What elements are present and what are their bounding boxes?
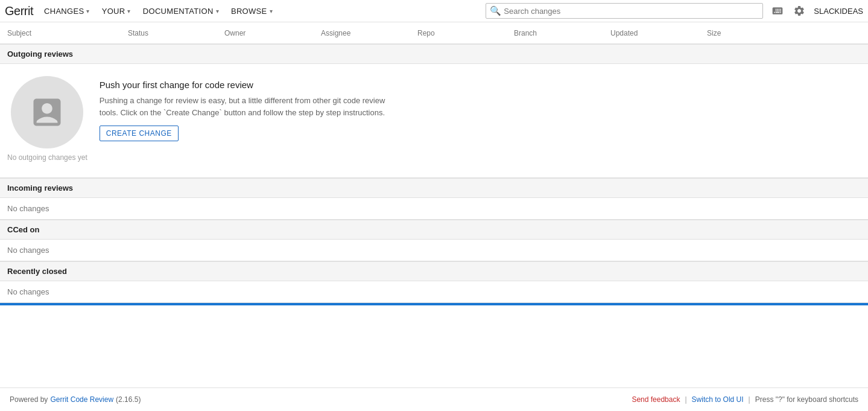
keyboard-shortcuts-button[interactable] [768, 1, 787, 21]
outgoing-section: No outgoing changes yet Push your first … [0, 64, 868, 178]
user-name[interactable]: SLACKIDEAS [814, 7, 863, 16]
gerrit-link[interactable]: Gerrit Code Review [50, 395, 113, 404]
col-header-updated: Updated [603, 29, 700, 37]
app-logo[interactable]: Gerrit [5, 4, 33, 18]
cced-on-label: CCed on [7, 225, 39, 234]
code-review-icon-wrapper [29, 94, 65, 130]
outgoing-content: No outgoing changes yet Push your first … [0, 64, 868, 177]
col-header-subject: Subject [0, 29, 121, 37]
outgoing-reviews-section-header: Outgoing reviews [0, 44, 868, 64]
nav-documentation-label: DOCUMENTATION [143, 7, 214, 16]
incoming-no-changes: No changes [0, 198, 868, 220]
send-feedback-link[interactable]: Send feedback [632, 395, 680, 404]
settings-button[interactable] [790, 1, 809, 21]
footer-divider-1: | [685, 395, 686, 404]
cced-on-section-header: CCed on [0, 220, 868, 240]
switch-old-ui-link[interactable]: Switch to Old UI [692, 395, 744, 404]
changes-chevron-icon: ▾ [86, 8, 89, 14]
nav-your[interactable]: YOUR ▾ [96, 0, 137, 22]
col-header-owner: Owner [217, 29, 314, 37]
nav-documentation[interactable]: DOCUMENTATION ▾ [137, 0, 225, 22]
nav-changes-label: CHANGES [44, 7, 84, 16]
incoming-reviews-section-header: Incoming reviews [0, 178, 868, 198]
code-review-icon [29, 94, 65, 130]
recently-closed-no-changes: No changes [0, 281, 868, 303]
outgoing-icon-circle [11, 76, 83, 148]
search-icon: 🔍 [490, 5, 501, 16]
col-header-repo: Repo [410, 29, 507, 37]
nav-menu: CHANGES ▾ YOUR ▾ DOCUMENTATION ▾ BROWSE … [38, 0, 279, 22]
column-headers: Subject Status Owner Assignee Repo Branc… [0, 22, 868, 44]
col-header-assignee: Assignee [314, 29, 410, 37]
col-header-size: Size [700, 29, 868, 37]
documentation-chevron-icon: ▾ [216, 8, 219, 14]
footer-divider-2: | [749, 395, 750, 404]
search-box[interactable]: 🔍 [486, 3, 763, 19]
recently-closed-section-header: Recently closed [0, 261, 868, 281]
outgoing-promo-title: Push your first change for code review [100, 80, 861, 90]
outgoing-text-area: Push your first change for code review P… [100, 76, 861, 141]
keyboard-shortcuts-hint: Press "?" for keyboard shortcuts [755, 395, 858, 404]
your-chevron-icon: ▾ [127, 8, 130, 14]
nav-changes[interactable]: CHANGES ▾ [38, 0, 96, 22]
blue-highlight-bar [0, 303, 868, 305]
version-text: (2.16.5) [116, 395, 141, 404]
main-content: Outgoing reviews No outgoing changes yet… [0, 44, 868, 387]
no-outgoing-label: No outgoing changes yet [7, 153, 87, 168]
navbar: Gerrit CHANGES ▾ YOUR ▾ DOCUMENTATION ▾ … [0, 0, 868, 22]
search-input[interactable] [504, 7, 759, 16]
create-change-button[interactable]: CREATE CHANGE [100, 126, 179, 141]
footer-left: Powered by Gerrit Code Review (2.16.5) [10, 395, 141, 404]
col-header-branch: Branch [507, 29, 603, 37]
browse-chevron-icon: ▾ [270, 8, 273, 14]
cced-no-changes: No changes [0, 240, 868, 261]
outgoing-reviews-label: Outgoing reviews [7, 49, 73, 59]
recently-closed-label: Recently closed [7, 267, 67, 276]
footer-right: Send feedback | Switch to Old UI | Press… [632, 395, 858, 404]
keyboard-icon [771, 5, 784, 17]
nav-your-label: YOUR [102, 7, 125, 16]
incoming-reviews-label: Incoming reviews [7, 183, 73, 193]
nav-browse-label: BROWSE [231, 7, 267, 16]
footer: Powered by Gerrit Code Review (2.16.5) S… [0, 387, 868, 411]
outgoing-promo-description: Pushing a change for review is easy, but… [100, 95, 401, 118]
settings-icon [793, 5, 805, 17]
powered-by-text: Powered by [10, 395, 48, 404]
col-header-status: Status [121, 29, 217, 37]
nav-browse[interactable]: BROWSE ▾ [225, 0, 279, 22]
